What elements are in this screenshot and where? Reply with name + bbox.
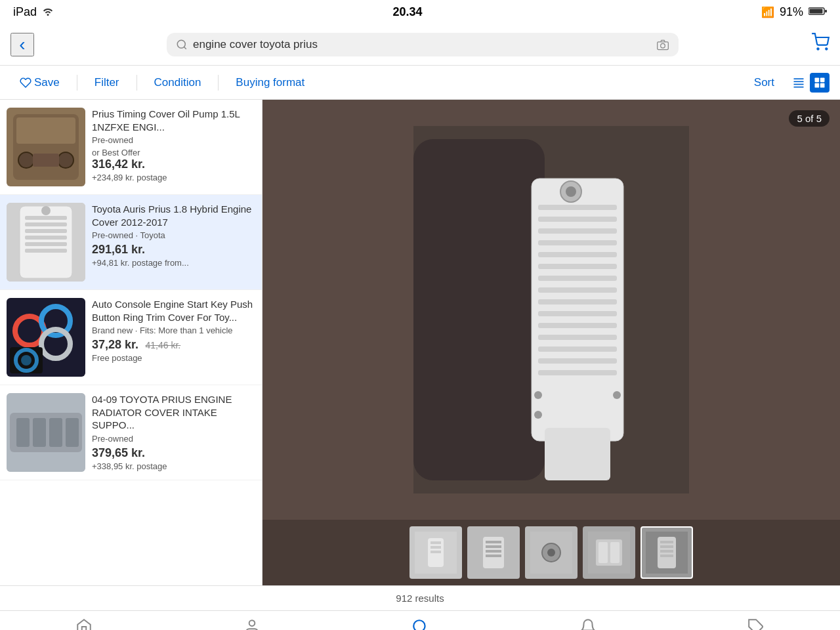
list-item[interactable]: Prius Timing Cover Oil Pump 1.5L 1NZFXE … <box>0 100 262 195</box>
cart-icon[interactable] <box>811 33 830 56</box>
svg-rect-27 <box>25 229 67 233</box>
item-or: or Best Offer <box>92 148 255 158</box>
thumb-4[interactable] <box>583 526 635 579</box>
item-shipping: +234,89 kr. postage <box>92 173 255 182</box>
svg-rect-14 <box>820 77 825 82</box>
save-button[interactable]: Save <box>10 72 69 93</box>
save-label: Save <box>34 76 60 89</box>
svg-point-3 <box>177 40 185 48</box>
filter-bar: Save Filter Condition Buying format Sort <box>0 66 840 100</box>
svg-point-94 <box>413 620 425 630</box>
thumb-2[interactable] <box>467 526 520 579</box>
svg-rect-28 <box>25 236 67 240</box>
svg-rect-53 <box>538 264 617 269</box>
svg-point-8 <box>826 48 827 49</box>
wifi-icon <box>42 5 54 19</box>
item-details: Toyota Auris Prius 1.8 Hybrid Engine Cov… <box>85 203 255 282</box>
view-toggle <box>789 73 830 93</box>
image-counter: 5 of 5 <box>789 110 830 127</box>
list-item[interactable]: Auto Console Engine Start Key Push Butto… <box>0 290 262 385</box>
nav-item-my-ebay[interactable]: My eBay <box>168 611 336 630</box>
svg-point-64 <box>566 186 576 197</box>
nav-item-search[interactable]: Search <box>336 611 504 630</box>
item-price: 37,28 kr. 41,46 kr. <box>92 338 255 352</box>
svg-rect-22 <box>33 154 59 167</box>
svg-point-6 <box>661 43 665 48</box>
sort-button[interactable]: Sort <box>749 72 780 93</box>
svg-rect-48 <box>538 205 617 210</box>
sort-label: Sort <box>754 76 774 89</box>
svg-rect-43 <box>49 418 62 447</box>
svg-rect-13 <box>815 77 820 82</box>
svg-rect-79 <box>486 555 501 557</box>
svg-rect-41 <box>16 418 30 447</box>
item-title: Auto Console Engine Start Key Push Butto… <box>92 298 255 324</box>
item-thumbnail <box>7 298 85 377</box>
svg-rect-16 <box>820 83 825 87</box>
item-title: Prius Timing Cover Oil Pump 1.5L 1NZFXE … <box>92 108 255 133</box>
nav-item-notifications[interactable]: Notifications <box>504 611 672 630</box>
item-shipping: +94,81 kr. postage from... <box>92 258 255 268</box>
item-title: Toyota Auris Prius 1.8 Hybrid Engine Cov… <box>92 203 255 228</box>
list-panel: Prius Timing Cover Oil Pump 1.5L 1NZFXE … <box>0 100 262 585</box>
svg-rect-86 <box>610 542 620 563</box>
thumb-5[interactable] <box>640 526 693 579</box>
grid-view-button[interactable] <box>810 73 830 93</box>
svg-point-38 <box>21 355 32 366</box>
search-input[interactable] <box>193 38 652 51</box>
main-product-svg <box>413 126 689 494</box>
search-icon <box>176 39 188 51</box>
status-bar: iPad 20.34 📶 91% <box>0 0 840 24</box>
nav-item-selling[interactable]: Selling <box>672 611 840 630</box>
battery-icon <box>808 5 827 19</box>
svg-rect-57 <box>538 311 617 316</box>
svg-point-7 <box>817 48 818 49</box>
condition-button[interactable]: Condition <box>145 72 211 93</box>
svg-rect-10 <box>794 81 804 82</box>
list-view-button[interactable] <box>789 73 808 93</box>
thumb-1[interactable] <box>410 526 462 579</box>
item-details: 04-09 TOYOTA PRIUS ENGINE RADIATOR COVER… <box>85 393 255 472</box>
svg-point-93 <box>249 620 255 626</box>
item-price-value: 379,65 kr. <box>92 446 145 459</box>
svg-rect-62 <box>538 370 617 375</box>
svg-point-82 <box>547 549 555 556</box>
svg-rect-76 <box>486 541 501 543</box>
list-item[interactable]: 04-09 TOYOTA PRIUS ENGINE RADIATOR COVER… <box>0 385 262 480</box>
camera-icon[interactable] <box>656 38 669 51</box>
nav-item-home[interactable]: Home <box>0 611 168 630</box>
battery-label: 91% <box>780 5 803 19</box>
svg-rect-49 <box>538 217 617 222</box>
filter-label: Filter <box>94 76 119 89</box>
detail-main-image[interactable]: 5 of 5 <box>262 100 840 520</box>
svg-rect-25 <box>25 216 67 220</box>
svg-rect-54 <box>538 276 617 281</box>
buying-format-button[interactable]: Buying format <box>226 72 314 93</box>
item-thumbnail <box>7 108 85 186</box>
svg-point-20 <box>18 152 34 168</box>
divider2 <box>136 75 137 91</box>
nav-icon-notifications <box>579 618 597 631</box>
item-price-value: 37,28 kr. <box>92 338 138 351</box>
svg-point-66 <box>534 411 542 419</box>
svg-rect-73 <box>430 551 441 553</box>
svg-line-4 <box>184 47 186 49</box>
svg-rect-26 <box>25 222 67 226</box>
filter-button[interactable]: Filter <box>85 72 129 93</box>
svg-point-65 <box>534 391 542 399</box>
main-content: Prius Timing Cover Oil Pump 1.5L 1NZFXE … <box>0 100 840 585</box>
results-bar: 912 results <box>0 585 840 610</box>
list-item[interactable]: Toyota Auris Prius 1.8 Hybrid Engine Cov… <box>0 195 262 290</box>
search-input-wrap[interactable] <box>167 33 679 56</box>
item-shipping: Free postage <box>92 353 255 363</box>
item-condition: Pre-owned <box>92 135 255 145</box>
item-details: Prius Timing Cover Oil Pump 1.5L 1NZFXE … <box>85 108 255 186</box>
nav-icon-search <box>411 618 429 631</box>
svg-rect-58 <box>538 323 617 328</box>
svg-rect-9 <box>794 78 804 79</box>
back-button[interactable]: ‹ <box>10 33 34 56</box>
nav-icon-my ebay <box>243 618 261 631</box>
svg-rect-29 <box>25 242 67 246</box>
thumb-3[interactable] <box>525 526 578 579</box>
item-price: 379,65 kr. <box>92 446 255 460</box>
